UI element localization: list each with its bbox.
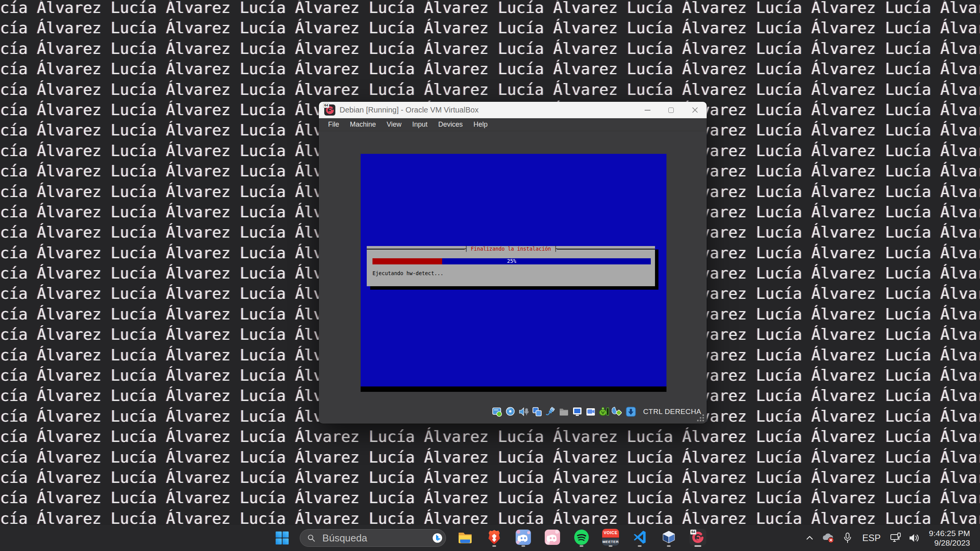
taskbar-app-discord[interactable] xyxy=(515,529,532,547)
wallpaper-text-row: cía Álvarez Lucía Álvarez Lucía Álvarez … xyxy=(0,447,980,468)
discord-pink-icon xyxy=(544,529,561,546)
file-explorer-icon xyxy=(457,529,474,546)
wallpaper-text-row: cía Álvarez Lucía Álvarez Lucía Álvarez … xyxy=(0,0,980,18)
tray-overflow-button[interactable] xyxy=(801,529,818,547)
vm-screen[interactable]: ┤Finalizando la instalación├ 25% Ejecuta… xyxy=(361,154,666,392)
voicemeeter-icon: VOICE MEETER xyxy=(602,529,619,546)
windows-taskbar: VOICE MEETER xyxy=(0,525,980,551)
vm-screen-black-band xyxy=(361,386,666,392)
taskbar-app-discord-alt[interactable] xyxy=(544,529,561,547)
taskbar-apps: VOICE MEETER xyxy=(457,529,706,547)
taskbar-app-vscode[interactable] xyxy=(631,529,648,547)
voicemeeter-label-bottom: MEETER xyxy=(602,538,619,546)
wallpaper-text-row: cía Álvarez Lucía Álvarez Lucía Álvarez … xyxy=(0,39,980,59)
shared-folders-icon[interactable] xyxy=(558,406,570,417)
installer-status-text: Ejecutando hw-detect... xyxy=(372,271,443,277)
cloud-error-icon xyxy=(822,532,835,544)
menu-machine[interactable]: Machine xyxy=(345,118,381,131)
mouse-integration-icon[interactable] xyxy=(612,406,623,417)
dialog-title-row: ┤Finalizando la instalación├ xyxy=(367,246,655,252)
taskbar-app-virtualbox[interactable] xyxy=(660,529,677,547)
microphone-tray-icon[interactable] xyxy=(838,529,857,547)
minimize-button[interactable] xyxy=(635,102,659,118)
running-indicator xyxy=(580,545,583,547)
dialog-title: Finalizando la instalación xyxy=(468,246,554,252)
installer-dialog: ┤Finalizando la instalación├ 25% Ejecuta… xyxy=(367,246,655,286)
resize-grip[interactable] xyxy=(696,414,704,421)
arch-64-badge: 64 xyxy=(690,530,696,535)
tray-date: 9/28/2023 xyxy=(929,538,970,548)
language-indicator[interactable]: ESP xyxy=(857,529,886,547)
taskbar-app-spotify[interactable] xyxy=(573,529,590,547)
clock[interactable]: 9:46:25 PM 9/28/2023 xyxy=(929,528,970,548)
menu-help[interactable]: Help xyxy=(468,118,493,131)
microphone-icon xyxy=(843,532,853,544)
chevron-up-icon xyxy=(805,533,815,543)
wallpaper-text-row: cía Álvarez Lucía Álvarez Lucía Álvarez … xyxy=(0,59,980,79)
window-title: Debian [Running] - Oracle VM VirtualBox xyxy=(340,106,635,114)
search-box[interactable] xyxy=(300,529,446,547)
menubar: File Machine View Input Devices Help xyxy=(319,118,707,131)
search-icon xyxy=(307,533,315,543)
taskbar-app-brave[interactable] xyxy=(486,529,503,547)
minimize-icon xyxy=(645,110,650,111)
vscode-icon xyxy=(631,529,648,546)
voicemeeter-label-top: VOICE xyxy=(602,529,619,538)
menu-devices[interactable]: Devices xyxy=(433,118,468,131)
hard-disk-icon[interactable] xyxy=(491,406,503,417)
onedrive-tray-icon[interactable] xyxy=(818,529,838,547)
menu-view[interactable]: View xyxy=(381,118,407,131)
audio-icon[interactable] xyxy=(518,406,529,417)
wallpaper-text-row: cía Álvarez Lucía Álvarez Lucía Álvarez … xyxy=(0,468,980,488)
running-indicator xyxy=(638,545,642,547)
vbox-statusbar: CTRL DERECHA xyxy=(491,404,701,419)
display-icon[interactable] xyxy=(572,406,583,417)
recording-icon[interactable] xyxy=(585,406,596,417)
brave-icon xyxy=(486,529,503,546)
usb-icon[interactable] xyxy=(545,406,556,417)
keyboard-capture-icon[interactable] xyxy=(625,406,637,417)
speaker-icon xyxy=(908,532,920,544)
taskbar-app-voicemeeter[interactable]: VOICE MEETER xyxy=(602,529,619,547)
spotify-icon xyxy=(573,529,590,546)
start-button[interactable] xyxy=(273,530,291,546)
bing-icon[interactable] xyxy=(432,532,443,544)
virtualbox-window: 64 Debian [Running] - Oracle VM VirtualB… xyxy=(319,102,707,424)
optical-disc-icon[interactable] xyxy=(505,406,516,417)
system-tray: ESP 9:46:25 PM 9/28/2023 xyxy=(801,525,980,551)
dialog-border-line xyxy=(557,249,655,249)
dialog-border-line xyxy=(367,249,465,249)
window-titlebar[interactable]: 64 Debian [Running] - Oracle VM VirtualB… xyxy=(319,102,707,118)
host-key-label: CTRL DERECHA xyxy=(643,408,701,416)
search-input[interactable] xyxy=(322,532,432,544)
wallpaper-text-row: cía Álvarez Lucía Álvarez Lucía Álvarez … xyxy=(0,18,980,38)
windows-logo-icon xyxy=(275,531,289,545)
close-icon xyxy=(692,107,698,113)
discord-icon xyxy=(515,529,532,546)
volume-tray-icon[interactable] xyxy=(905,529,924,547)
network-tray-icon[interactable] xyxy=(886,529,905,547)
menu-input[interactable]: Input xyxy=(407,118,433,131)
execution-engine-turtle-icon[interactable] xyxy=(598,406,610,417)
taskbar-app-debian-vm[interactable]: 64 xyxy=(689,529,706,547)
menu-file[interactable]: File xyxy=(323,118,345,131)
taskbar-app-file-explorer[interactable] xyxy=(457,529,474,547)
wallpaper-text-row: cía Álvarez Lucía Álvarez Lucía Álvarez … xyxy=(0,488,980,508)
maximize-button[interactable] xyxy=(659,102,683,118)
running-indicator xyxy=(521,545,525,547)
debian-app-icon: 64 xyxy=(324,104,335,116)
running-indicator xyxy=(609,545,612,547)
tray-time: 9:46:25 PM xyxy=(929,528,970,538)
wallpaper-text-row: cía Álvarez Lucía Álvarez Lucía Álvarez … xyxy=(0,80,980,100)
wallpaper-text-row: cía Álvarez Lucía Álvarez Lucía Álvarez … xyxy=(0,427,980,447)
network-icon[interactable] xyxy=(531,406,543,417)
ethernet-icon xyxy=(890,532,901,544)
maximize-icon xyxy=(668,108,674,113)
arch-64-badge: 64 xyxy=(323,103,329,108)
running-indicator xyxy=(694,545,701,547)
close-button[interactable] xyxy=(683,102,707,118)
running-indicator xyxy=(667,545,671,547)
virtualbox-icon xyxy=(660,529,677,546)
running-indicator xyxy=(492,545,496,547)
progress-bar: 25% xyxy=(372,258,651,264)
